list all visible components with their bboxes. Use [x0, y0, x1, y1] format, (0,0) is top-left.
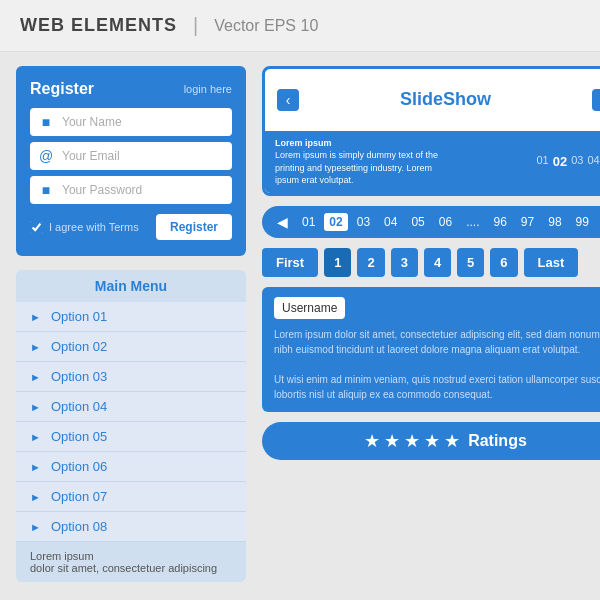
- slide-lorem-text: Lorem ipsum Lorem ipsum is simply dummy …: [275, 137, 455, 187]
- page-header: WEB ELEMENTS | Vector EPS 10: [0, 0, 600, 52]
- star-1: ★: [364, 430, 380, 452]
- page-prev-button[interactable]: ◀: [272, 212, 293, 232]
- pag-2[interactable]: 2: [357, 248, 384, 277]
- page-99[interactable]: 99: [571, 213, 594, 231]
- menu-footer-line2: dolor sit amet, consectetuer adipiscing: [30, 562, 232, 574]
- user-icon: ■: [38, 114, 54, 130]
- agree-label[interactable]: I agree with Terms: [30, 221, 139, 234]
- pagination-top: ◀ 01 02 03 04 05 06 .... 96 97 98 99 ▶: [262, 206, 600, 238]
- main-content: Register login here ■ Your Name @ Your E…: [0, 52, 600, 596]
- menu-item-4[interactable]: ► Option 04: [16, 392, 246, 422]
- menu-item-8[interactable]: ► Option 08: [16, 512, 246, 542]
- register-button[interactable]: Register: [156, 214, 232, 240]
- star-3: ★: [404, 430, 420, 452]
- pag-4[interactable]: 4: [424, 248, 451, 277]
- last-button[interactable]: Last: [524, 248, 579, 277]
- stars[interactable]: ★ ★ ★ ★ ★: [364, 430, 460, 452]
- first-button[interactable]: First: [262, 248, 318, 277]
- slideshow-title: SlideShow: [299, 89, 592, 110]
- register-box: Register login here ■ Your Name @ Your E…: [16, 66, 246, 256]
- name-field: ■ Your Name: [30, 108, 232, 136]
- agree-checkbox[interactable]: [30, 221, 43, 234]
- info-text-1: Lorem ipsum dolor sit amet, consectetuer…: [274, 327, 600, 357]
- info-card: Username Lorem ipsum dolor sit amet, con…: [262, 287, 600, 412]
- header-divider: |: [193, 14, 198, 37]
- left-column: Register login here ■ Your Name @ Your E…: [16, 66, 246, 582]
- dot-2[interactable]: 02: [553, 154, 567, 169]
- menu-footer-line1: Lorem ipsum: [30, 550, 232, 562]
- arrow-icon-6: ►: [30, 461, 41, 473]
- slideshow-footer: Lorem ipsum Lorem ipsum is simply dummy …: [265, 131, 600, 193]
- pag-1[interactable]: 1: [324, 248, 351, 277]
- menu-label-2: Option 02: [51, 339, 107, 354]
- password-field: ■ Your Password: [30, 176, 232, 204]
- menu-label-3: Option 03: [51, 369, 107, 384]
- arrow-icon-4: ►: [30, 401, 41, 413]
- form-bottom: I agree with Terms Register: [30, 214, 232, 240]
- name-placeholder: Your Name: [62, 115, 122, 129]
- star-4: ★: [424, 430, 440, 452]
- pag-3[interactable]: 3: [391, 248, 418, 277]
- arrow-icon-7: ►: [30, 491, 41, 503]
- arrow-icon-2: ►: [30, 341, 41, 353]
- slide-prev-button[interactable]: ‹: [277, 89, 299, 111]
- menu-label-8: Option 08: [51, 519, 107, 534]
- page-96[interactable]: 96: [489, 213, 512, 231]
- menu-label-4: Option 04: [51, 399, 107, 414]
- ratings-bar: ★ ★ ★ ★ ★ Ratings: [262, 422, 600, 460]
- menu-item-3[interactable]: ► Option 03: [16, 362, 246, 392]
- menu-label-1: Option 01: [51, 309, 107, 324]
- email-placeholder: Your Email: [62, 149, 120, 163]
- page-03[interactable]: 03: [352, 213, 375, 231]
- arrow-icon-8: ►: [30, 521, 41, 533]
- arrow-icon-5: ►: [30, 431, 41, 443]
- arrow-icon-3: ►: [30, 371, 41, 383]
- slideshow-main: ‹ SlideShow ›: [265, 69, 600, 131]
- menu-item-2[interactable]: ► Option 02: [16, 332, 246, 362]
- star-2: ★: [384, 430, 400, 452]
- lock-icon: ■: [38, 182, 54, 198]
- page-04[interactable]: 04: [379, 213, 402, 231]
- menu-label-6: Option 06: [51, 459, 107, 474]
- username-label: Username: [274, 297, 345, 319]
- page-98[interactable]: 98: [543, 213, 566, 231]
- menu-item-6[interactable]: ► Option 06: [16, 452, 246, 482]
- menu-item-5[interactable]: ► Option 05: [16, 422, 246, 452]
- page-01[interactable]: 01: [297, 213, 320, 231]
- page-ellipsis: ....: [461, 213, 484, 231]
- page-05[interactable]: 05: [406, 213, 429, 231]
- email-field: @ Your Email: [30, 142, 232, 170]
- email-icon: @: [38, 148, 54, 164]
- dot-4[interactable]: 04: [587, 154, 599, 169]
- header-subtitle: Vector EPS 10: [214, 17, 318, 35]
- page-97[interactable]: 97: [516, 213, 539, 231]
- menu-title: Main Menu: [16, 270, 246, 302]
- register-header: Register login here: [30, 80, 232, 98]
- pag-5[interactable]: 5: [457, 248, 484, 277]
- menu-label-7: Option 07: [51, 489, 107, 504]
- page-06[interactable]: 06: [434, 213, 457, 231]
- dot-3[interactable]: 03: [571, 154, 583, 169]
- login-link[interactable]: login here: [184, 83, 232, 95]
- page-02[interactable]: 02: [324, 213, 347, 231]
- menu-item-1[interactable]: ► Option 01: [16, 302, 246, 332]
- menu-item-7[interactable]: ► Option 07: [16, 482, 246, 512]
- pagination-bottom: First 1 2 3 4 5 6 Last: [262, 248, 600, 277]
- slide-dots: 01 02 03 04 05: [536, 154, 600, 169]
- right-column: ‹ SlideShow › Lorem ipsum Lorem ipsum is…: [262, 66, 600, 582]
- slideshow-box: ‹ SlideShow › Lorem ipsum Lorem ipsum is…: [262, 66, 600, 196]
- password-placeholder: Your Password: [62, 183, 142, 197]
- info-text-2: Ut wisi enim ad minim veniam, quis nostr…: [274, 372, 600, 402]
- star-5: ★: [444, 430, 460, 452]
- menu-label-5: Option 05: [51, 429, 107, 444]
- pag-6[interactable]: 6: [490, 248, 517, 277]
- register-title: Register: [30, 80, 94, 98]
- main-menu: Main Menu ► Option 01 ► Option 02 ► Opti…: [16, 270, 246, 582]
- dot-1[interactable]: 01: [536, 154, 548, 169]
- ratings-label: Ratings: [468, 432, 527, 450]
- arrow-icon-1: ►: [30, 311, 41, 323]
- menu-footer: Lorem ipsum dolor sit amet, consectetuer…: [16, 542, 246, 582]
- page-title: WEB ELEMENTS: [20, 15, 177, 36]
- slide-next-button[interactable]: ›: [592, 89, 600, 111]
